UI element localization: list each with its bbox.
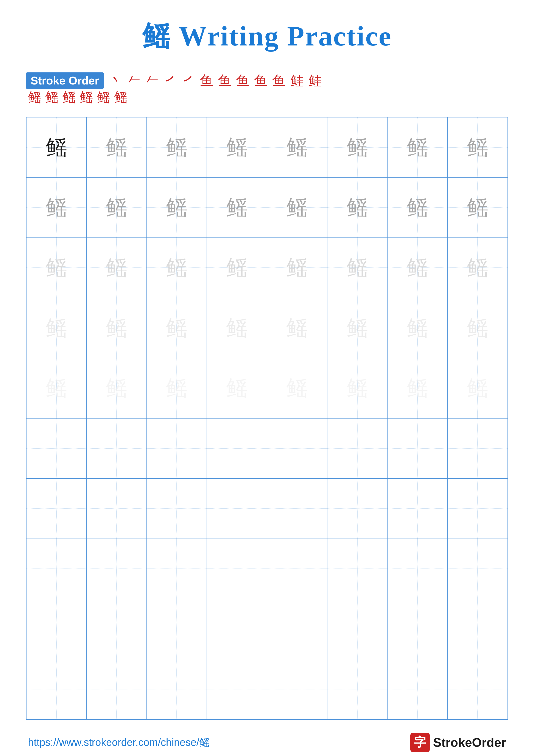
grid-cell-r9c3[interactable] (147, 599, 207, 659)
grid-cell-r10c5[interactable] (267, 659, 327, 719)
practice-char: 鳐 (106, 137, 127, 158)
grid-cell-r4c1: 鳐 (26, 298, 87, 358)
grid-cell-r2c8: 鳐 (447, 177, 508, 237)
practice-char: 鳐 (407, 137, 428, 158)
grid-cell-r8c2[interactable] (87, 539, 146, 599)
logo-icon: 字 (410, 733, 430, 752)
grid-cell-r1c8: 鳐 (447, 117, 508, 177)
grid-cell-r10c1[interactable] (26, 659, 87, 719)
grid-cell-r6c2[interactable] (87, 418, 146, 478)
practice-char: 鳐 (226, 257, 248, 279)
practice-char: 鳐 (226, 317, 248, 339)
grid-cell-r5c7: 鳐 (387, 358, 447, 418)
stroke-9: 鱼 (254, 74, 267, 87)
grid-cell-r7c3[interactable] (147, 478, 207, 539)
stroke-12: 鲑 (309, 74, 322, 87)
stroke-3: 𠂉 (146, 74, 159, 87)
stroke-1: 丶 (110, 74, 123, 87)
grid-cell-r2c1: 鳐 (26, 177, 87, 237)
grid-cell-r1c4: 鳐 (207, 117, 267, 177)
grid-cell-r6c3[interactable] (147, 418, 207, 478)
grid-cell-r1c7: 鳐 (387, 117, 447, 177)
grid-cell-r9c7[interactable] (387, 599, 447, 659)
practice-char: 鳐 (166, 317, 188, 339)
grid-cell-r6c6[interactable] (327, 418, 387, 478)
practice-char: 鳐 (46, 197, 67, 218)
practice-char: 鳐 (346, 377, 368, 399)
practice-char: 鳐 (286, 377, 308, 399)
footer-url: https://www.strokeorder.com/chinese/鳐 (28, 736, 210, 749)
grid-cell-r9c6[interactable] (327, 599, 387, 659)
grid-cell-r7c1[interactable] (26, 478, 87, 539)
stroke-8: 鱼 (236, 74, 249, 87)
grid-cell-r3c4: 鳐 (207, 238, 267, 298)
grid-cell-r3c1: 鳐 (26, 238, 87, 298)
stroke-14: 鳐 (45, 91, 59, 104)
grid-cell-r6c1[interactable] (26, 418, 87, 478)
grid-cell-r10c6[interactable] (327, 659, 387, 719)
grid-cell-r7c6[interactable] (327, 478, 387, 539)
grid-cell-r1c1: 鳐 (26, 117, 87, 177)
grid-cell-r7c4[interactable] (207, 478, 267, 539)
grid-cell-r9c5[interactable] (267, 599, 327, 659)
grid-cell-r8c8[interactable] (447, 539, 508, 599)
practice-char: 鳐 (467, 257, 488, 279)
grid-cell-r9c2[interactable] (87, 599, 146, 659)
practice-char: 鳐 (106, 317, 127, 339)
grid-cell-r2c7: 鳐 (387, 177, 447, 237)
grid-cell-r2c2: 鳐 (87, 177, 146, 237)
practice-char: 鳐 (106, 257, 127, 279)
practice-char: 鳐 (286, 317, 308, 339)
practice-char: 鳐 (346, 257, 368, 279)
grid-cell-r10c2[interactable] (87, 659, 146, 719)
grid-cell-r10c7[interactable] (387, 659, 447, 719)
grid-cell-r7c5[interactable] (267, 478, 327, 539)
stroke-13: 鳐 (28, 91, 41, 104)
grid-cell-r8c3[interactable] (147, 539, 207, 599)
grid-cell-r1c3: 鳐 (147, 117, 207, 177)
practice-char: 鳐 (346, 137, 368, 158)
grid-cell-r10c3[interactable] (147, 659, 207, 719)
stroke-10: 鱼 (272, 74, 286, 87)
grid-cell-r5c1: 鳐 (26, 358, 87, 418)
page: 鳐 Writing Practice Stroke Order 丶 𠂉 𠂉 ㇒ … (0, 0, 534, 756)
practice-char: 鳐 (407, 197, 428, 218)
grid-cell-r10c8[interactable] (447, 659, 508, 719)
grid-cell-r10c4[interactable] (207, 659, 267, 719)
grid-cell-r6c4[interactable] (207, 418, 267, 478)
practice-char: 鳐 (166, 377, 188, 399)
grid-cell-r7c7[interactable] (387, 478, 447, 539)
title-char: 鳐 (142, 20, 171, 51)
practice-char: 鳐 (166, 137, 188, 158)
page-title: 鳐 Writing Practice (142, 17, 392, 55)
grid-cell-r8c5[interactable] (267, 539, 327, 599)
grid-cell-r7c8[interactable] (447, 478, 508, 539)
practice-char: 鳐 (46, 317, 67, 339)
practice-char: 鳐 (407, 317, 428, 339)
practice-char: 鳐 (226, 197, 248, 218)
grid-cell-r9c4[interactable] (207, 599, 267, 659)
grid-cell-r6c7[interactable] (387, 418, 447, 478)
grid-cell-r6c8[interactable] (447, 418, 508, 478)
grid-cell-r8c1[interactable] (26, 539, 87, 599)
stroke-2: 𠂉 (128, 74, 141, 87)
practice-char: 鳐 (467, 137, 488, 158)
grid-cell-r6c5[interactable] (267, 418, 327, 478)
practice-char: 鳐 (46, 137, 67, 158)
grid-cell-r1c5: 鳐 (267, 117, 327, 177)
grid-cell-r8c6[interactable] (327, 539, 387, 599)
stroke-18: 鳐 (114, 91, 128, 104)
grid-cell-r9c8[interactable] (447, 599, 508, 659)
practice-char: 鳐 (467, 317, 488, 339)
grid-cell-r7c2[interactable] (87, 478, 146, 539)
practice-char: 鳐 (46, 257, 67, 279)
practice-char: 鳐 (46, 377, 67, 399)
grid-cell-r8c7[interactable] (387, 539, 447, 599)
grid-cell-r9c1[interactable] (26, 599, 87, 659)
practice-char: 鳐 (346, 197, 368, 218)
grid-cell-r3c6: 鳐 (327, 238, 387, 298)
practice-char: 鳐 (346, 317, 368, 339)
grid-cell-r8c4[interactable] (207, 539, 267, 599)
footer-logo: 字 StrokeOrder (410, 733, 506, 752)
grid-cell-r4c3: 鳐 (147, 298, 207, 358)
